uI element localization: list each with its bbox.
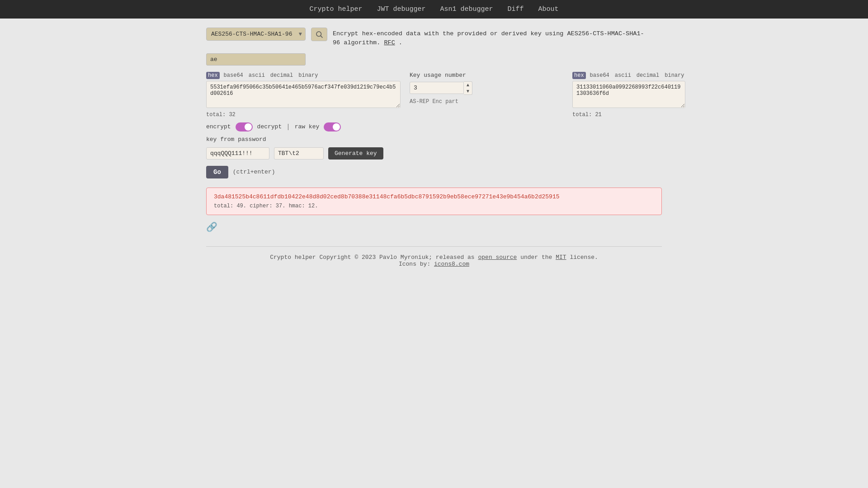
nav-asn1-debugger[interactable]: Asn1 debugger: [440, 5, 493, 13]
footer-divider: [206, 246, 662, 247]
spinner-down[interactable]: ▼: [464, 88, 472, 94]
footer-copyright: Crypto helper Copyright © 2023 Pavlo Myr…: [270, 254, 474, 261]
footer: Crypto helper Copyright © 2023 Pavlo Myr…: [206, 254, 662, 277]
raw-key-label: raw key: [295, 123, 320, 130]
result-text: 3da481525b4c8611dfdb10422e48d8d02ced8b70…: [214, 193, 654, 200]
middle-panel: Key usage number ▲ ▼ AS-REP Enc part: [410, 72, 563, 160]
right-fmt-binary[interactable]: binary: [663, 72, 685, 79]
encrypt-label: encrypt: [206, 123, 231, 130]
right-textarea[interactable]: 31133011060a0992268993f22c6401191303636f…: [572, 81, 685, 108]
algo-description: Encrypt hex-encoded data with the provid…: [333, 28, 649, 48]
right-fmt-base64[interactable]: base64: [589, 72, 611, 79]
password-row: Generate key: [206, 147, 401, 160]
rfc-link[interactable]: RFC: [384, 39, 395, 46]
left-panel: hex base64 ascii decimal binary 5531efa9…: [206, 72, 401, 160]
nav-crypto-helper[interactable]: Crypto helper: [309, 5, 362, 13]
right-panel: hex base64 ascii decimal binary 31133011…: [572, 72, 685, 160]
result-box: 3da481525b4c8611dfdb10422e48d8d02ced8b70…: [206, 188, 662, 215]
raw-key-toggle[interactable]: [324, 122, 341, 131]
search-icon: [315, 30, 323, 38]
right-total: total: 21: [572, 112, 685, 118]
open-source-link[interactable]: open source: [478, 254, 517, 261]
left-fmt-ascii[interactable]: ascii: [247, 72, 266, 79]
left-format-tabs: hex base64 ascii decimal binary: [206, 72, 401, 79]
mit-link[interactable]: MIT: [556, 254, 566, 261]
left-fmt-base64[interactable]: base64: [222, 72, 245, 79]
right-fmt-decimal[interactable]: decimal: [635, 72, 660, 79]
svg-point-0: [316, 32, 321, 37]
right-format-tabs: hex base64 ascii decimal binary: [572, 72, 685, 79]
result-meta: total: 49. cipher: 37. hmac: 12.: [214, 203, 654, 209]
right-fmt-ascii[interactable]: ascii: [613, 72, 632, 79]
small-input[interactable]: [206, 53, 306, 66]
shortcut-hint: (ctrl+enter): [233, 169, 275, 175]
decrypt-label: decrypt: [257, 123, 282, 130]
encrypt-toggle[interactable]: [236, 122, 253, 131]
salt-input[interactable]: [274, 147, 324, 160]
nav-diff[interactable]: Diff: [508, 5, 524, 13]
search-button[interactable]: [311, 28, 327, 41]
nav-about[interactable]: About: [538, 5, 559, 13]
icons-label: Icons by:: [399, 261, 430, 267]
left-fmt-binary[interactable]: binary: [297, 72, 319, 79]
password-input[interactable]: [206, 147, 269, 160]
left-fmt-decimal[interactable]: decimal: [269, 72, 294, 79]
go-row: Go (ctrl+enter): [206, 166, 662, 178]
left-fmt-hex[interactable]: hex: [206, 72, 220, 79]
right-fmt-hex[interactable]: hex: [572, 72, 586, 79]
algo-select[interactable]: AES256-CTS-HMAC-SHA1-96 AES128-CTS-HMAC-…: [206, 28, 306, 41]
spinner-buttons: ▲ ▼: [464, 81, 472, 95]
controls-row: encrypt decrypt | raw key key from passw…: [206, 122, 401, 143]
main-columns: hex base64 ascii decimal binary 5531efa9…: [206, 72, 662, 160]
spinner-up[interactable]: ▲: [464, 82, 472, 88]
nav-jwt-debugger[interactable]: JWT debugger: [377, 5, 425, 13]
left-textarea[interactable]: 5531efa96f95066c35b50641e465b5976acf347f…: [206, 81, 401, 108]
go-button[interactable]: Go: [206, 166, 228, 178]
algo-selector-wrapper: AES256-CTS-HMAC-SHA1-96 AES128-CTS-HMAC-…: [206, 28, 306, 41]
key-from-password-label: key from password: [206, 136, 266, 143]
key-usage-input[interactable]: [410, 82, 464, 94]
key-usage-label: Key usage number: [410, 72, 563, 79]
asrep-label: AS-REP Enc part: [410, 99, 563, 105]
link-icon[interactable]: 🔗: [206, 222, 217, 233]
icons8-link[interactable]: icons8.com: [434, 261, 469, 267]
svg-line-1: [321, 36, 322, 38]
generate-key-button[interactable]: Generate key: [328, 147, 383, 160]
link-icon-row: 🔗: [206, 221, 662, 233]
navbar: Crypto helper JWT debugger Asn1 debugger…: [0, 0, 868, 19]
key-usage-input-wrap: ▲ ▼: [410, 81, 563, 95]
left-total: total: 32: [206, 112, 401, 118]
